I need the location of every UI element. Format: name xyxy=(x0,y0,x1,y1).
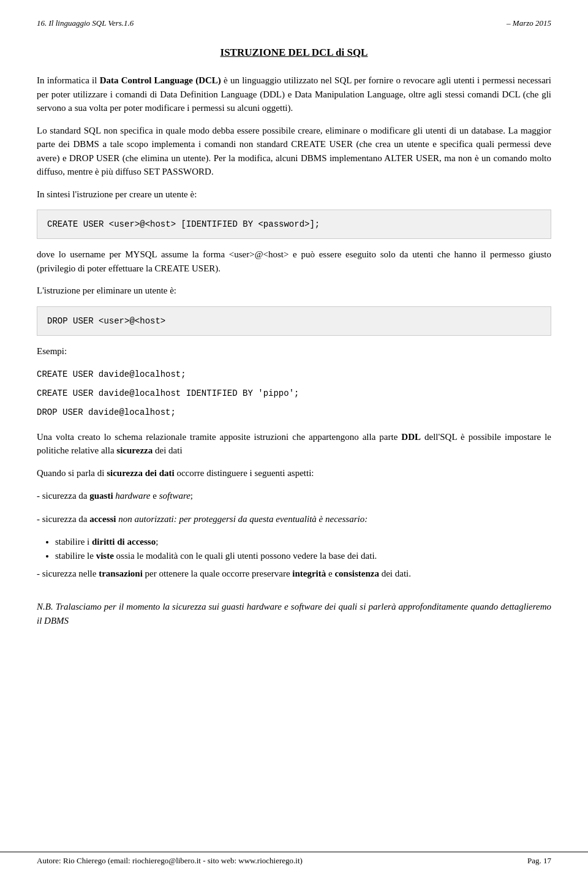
bullet-item-1: stabilire i diritti di accesso; xyxy=(55,535,551,549)
bullet-item-2: stabilire le viste ossia le modalità con… xyxy=(55,549,551,563)
header-right: – Marzo 2015 xyxy=(507,18,551,28)
dash-line-1: - sicurezza da guasti hardware e softwar… xyxy=(37,488,551,503)
bullet-list: stabilire i diritti di accesso; stabilir… xyxy=(55,535,551,562)
header-left: 16. Il linguaggio SQL Vers.1.6 xyxy=(37,18,134,28)
drop-user-syntax-block: DROP USER <user>@<host> xyxy=(37,306,551,336)
create-user-syntax-block: CREATE USER <user>@<host> [IDENTIFIED BY… xyxy=(37,210,551,239)
code1-text: CREATE USER davide@localhost; xyxy=(37,369,186,379)
page-header: 16. Il linguaggio SQL Vers.1.6 – Marzo 2… xyxy=(37,18,551,28)
code-example-2: CREATE USER davide@localhost IDENTIFIED … xyxy=(37,386,551,400)
esempi-label: Esempi: xyxy=(37,344,551,358)
dash-line-3: - sicurezza nelle transazioni per ottene… xyxy=(37,566,551,581)
intro-paragraph: In informatica il Data Control Language … xyxy=(37,74,551,115)
page-footer: Autore: Rio Chierego (email: riochierego… xyxy=(0,852,588,866)
dove-paragraph: dove lo username per MYSQL assume la for… xyxy=(37,248,551,275)
footer-right: Pag. 17 xyxy=(527,856,551,866)
footer-left: Autore: Rio Chierego (email: riochierego… xyxy=(37,856,303,866)
drop-user-syntax-text: DROP USER <user>@<host> xyxy=(47,316,165,326)
ddl-paragraph: Una volta creato lo schema relazionale t… xyxy=(37,430,551,458)
dash-line-2: - sicurezza da accessi non autorizzati: … xyxy=(37,512,551,526)
page-container: 16. Il linguaggio SQL Vers.1.6 – Marzo 2… xyxy=(0,0,588,878)
create-user-syntax-text: CREATE USER <user>@<host> [IDENTIFIED BY… xyxy=(47,219,320,229)
code-example-1: CREATE USER davide@localhost; xyxy=(37,367,551,381)
code3-text: DROP USER davide@localhost; xyxy=(37,407,176,417)
sintesi-label: In sintesi l'istruzione per creare un ut… xyxy=(37,187,551,202)
sicurezza-intro: Quando si parla di sicurezza dei dati oc… xyxy=(37,466,551,480)
code2-text: CREATE USER davide@localhost IDENTIFIED … xyxy=(37,388,299,398)
code-example-3: DROP USER davide@localhost; xyxy=(37,405,551,419)
main-title: ISTRUZIONE DEL DCL di SQL xyxy=(37,47,551,59)
standard-paragraph: Lo standard SQL non specifica in quale m… xyxy=(37,124,551,179)
eliminare-label: L'istruzione per eliminare un utente è: xyxy=(37,284,551,298)
nb-paragraph: N.B. Tralasciamo per il momento la sicur… xyxy=(37,600,551,627)
